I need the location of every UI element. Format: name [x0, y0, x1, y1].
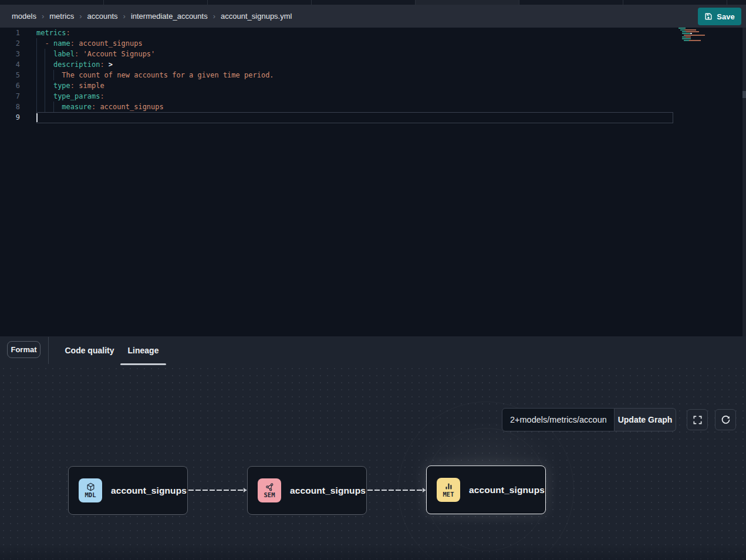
edge-arrowhead-icon	[423, 488, 426, 492]
lineage-node-mdl[interactable]: MDLaccount_signups	[68, 466, 188, 515]
lineage-node-met[interactable]: METaccount_signups	[426, 465, 546, 514]
node-label: account_signups	[469, 485, 545, 495]
line-number: 2	[0, 38, 26, 49]
code-line-8: measure: account_signups	[36, 102, 673, 112]
minimap-row	[676, 33, 710, 34]
minimap-row	[676, 36, 710, 38]
breadcrumb-item[interactable]: metrics	[49, 12, 74, 21]
top-editor-tab-1[interactable]	[0, 0, 104, 5]
indent-guide	[36, 91, 45, 102]
indent-guide	[45, 102, 53, 112]
code-line-6: type: simple	[36, 80, 673, 91]
minimap-row	[676, 40, 710, 41]
indent-guide	[36, 59, 45, 70]
minimap-row	[676, 29, 710, 31]
breadcrumb-separator-icon: ›	[42, 12, 44, 21]
breadcrumb: models›metrics›accounts›intermediate_acc…	[12, 12, 292, 21]
ide-window: models›metrics›accounts›intermediate_acc…	[0, 0, 746, 560]
edge-arrowhead-icon	[244, 488, 247, 492]
code-line-4: description: >	[36, 59, 673, 70]
code-line-2: - name: account_signups	[36, 38, 673, 49]
indent-guide	[53, 70, 62, 80]
indent-guide	[45, 80, 53, 91]
line-number: 8	[0, 102, 26, 112]
breadcrumb-item[interactable]: intermediate_accounts	[131, 12, 208, 21]
line-number: 7	[0, 91, 26, 102]
fullscreen-button[interactable]	[687, 409, 708, 430]
met-badge: MET	[437, 478, 460, 502]
save-label: Save	[717, 12, 734, 21]
indent-guide	[36, 70, 45, 80]
minimap-row	[676, 35, 710, 36]
minimap-row	[676, 28, 710, 29]
lineage-selector-input[interactable]	[502, 408, 615, 431]
semantic-graph-icon	[265, 483, 274, 491]
tab-lineage[interactable]: Lineage	[120, 336, 166, 365]
code-line-7: type_params:	[36, 91, 673, 102]
code-line-1: metrics:	[36, 28, 673, 38]
code-line-9	[36, 112, 673, 123]
lineage-canvas[interactable]: Update Graph MDLaccount_signupsS	[0, 365, 746, 560]
model-cube-icon	[86, 483, 95, 491]
minimap[interactable]	[676, 28, 710, 42]
indent-guide	[36, 49, 45, 59]
line-number: 6	[0, 80, 26, 91]
breadcrumb-separator-icon: ›	[123, 12, 126, 21]
indent-guide	[36, 102, 45, 112]
node-label: account_signups	[111, 485, 187, 496]
top-editor-tab-6[interactable]	[519, 0, 623, 5]
refresh-button[interactable]	[715, 409, 736, 430]
badge-type-label: MET	[443, 491, 454, 498]
mdl-badge: MDL	[79, 478, 102, 502]
format-button[interactable]: Format	[7, 341, 40, 358]
minimap-row	[676, 31, 710, 32]
save-icon	[704, 12, 713, 21]
editor-scrollbar[interactable]	[742, 28, 746, 336]
breadcrumb-separator-icon: ›	[213, 12, 215, 21]
lineage-selector-group: Update Graph	[502, 408, 676, 431]
save-button[interactable]: Save	[698, 8, 741, 25]
top-editor-tab-2[interactable]	[104, 0, 208, 5]
top-editor-tab-3[interactable]	[208, 0, 312, 5]
badge-type-label: MDL	[85, 492, 96, 498]
code-line-5: The count of new accounts for a given ti…	[36, 70, 673, 80]
scrollbar-thumb[interactable]	[742, 91, 746, 98]
code-editor[interactable]: 123456789 metrics:- name: account_signup…	[0, 28, 746, 336]
lineage-edge	[367, 490, 426, 491]
update-graph-button[interactable]: Update Graph	[615, 408, 676, 431]
lineage-edge	[188, 490, 247, 491]
badge-type-label: SEM	[264, 492, 275, 498]
indent-guide	[36, 80, 45, 91]
breadcrumb-item[interactable]: models	[12, 12, 36, 21]
indent-guide	[36, 38, 45, 49]
sem-badge: SEM	[258, 478, 281, 502]
lineage-node-sem[interactable]: SEMaccount_signups	[247, 466, 367, 515]
code-area[interactable]: metrics:- name: account_signupslabel: 'A…	[36, 28, 673, 123]
line-number: 5	[0, 70, 26, 80]
line-number: 3	[0, 49, 26, 59]
tab-code-quality[interactable]: Code quality	[60, 336, 119, 365]
line-number-gutter: 123456789	[0, 28, 26, 123]
node-label: account_signups	[290, 485, 366, 496]
indent-guide	[45, 49, 53, 59]
top-editor-tab-4[interactable]	[312, 0, 416, 5]
line-number: 4	[0, 59, 26, 70]
canvas-vignette	[0, 544, 746, 560]
editor-tab-strip	[0, 0, 746, 5]
breadcrumb-item[interactable]: account_signups.yml	[221, 12, 292, 21]
line-number: 1	[0, 28, 26, 38]
line-number: 9	[0, 112, 26, 123]
breadcrumb-item[interactable]: accounts	[87, 12, 118, 21]
top-editor-tab-7[interactable]	[623, 0, 727, 5]
indent-guide	[45, 70, 53, 80]
minimap-row	[676, 38, 710, 39]
top-strip-cap	[727, 0, 746, 5]
top-editor-tab-5[interactable]	[416, 0, 519, 5]
fullscreen-icon	[693, 415, 703, 425]
indent-guide	[53, 102, 62, 112]
bottom-panel: Format Code quality Lineage Update Graph	[0, 336, 746, 560]
indent-guide	[45, 59, 53, 70]
panel-header: Format Code quality Lineage	[0, 336, 746, 365]
metric-chart-icon	[444, 482, 453, 491]
indent-guide	[45, 91, 53, 102]
